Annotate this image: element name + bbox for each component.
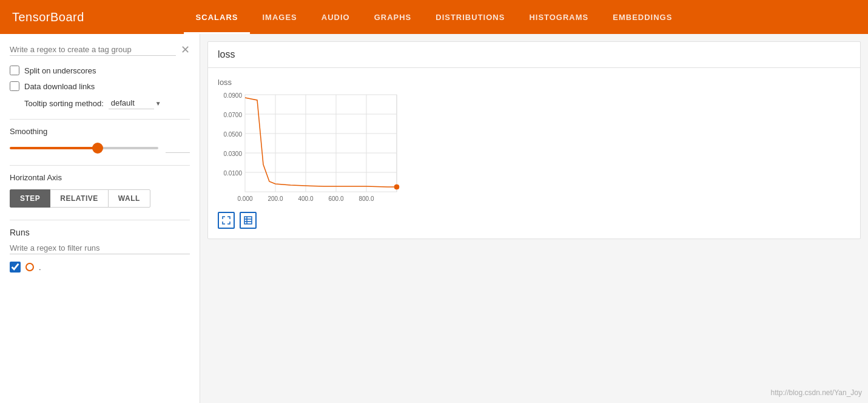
svg-text:0.0700: 0.0700 bbox=[223, 112, 242, 118]
nav-item-audio[interactable]: AUDIO bbox=[309, 0, 362, 34]
chart-container: loss bbox=[208, 68, 860, 239]
svg-text:0.000: 0.000 bbox=[237, 195, 252, 202]
tooltip-sorting-select[interactable]: default descending ascending nearest bbox=[109, 97, 154, 109]
svg-text:0.0100: 0.0100 bbox=[223, 170, 242, 177]
smoothing-section: Smoothing 0.6 bbox=[10, 127, 190, 153]
svg-point-20 bbox=[394, 185, 399, 189]
svg-text:400.0: 400.0 bbox=[298, 195, 313, 202]
nav-item-distributions[interactable]: DISTRIBUTIONS bbox=[423, 0, 517, 34]
loss-chart-svg: 0.0900 0.0700 0.0500 0.0300 0.0100 0.000… bbox=[218, 92, 406, 207]
divider-2 bbox=[10, 165, 190, 166]
tag-panel-loss: loss loss bbox=[207, 41, 861, 239]
svg-text:0.0300: 0.0300 bbox=[223, 151, 242, 157]
axis-btn-relative[interactable]: RELATIVE bbox=[50, 189, 108, 208]
app-layout: ✕ Split on underscores Data download lin… bbox=[0, 34, 868, 403]
tooltip-sorting-label: Tooltip sorting method: bbox=[24, 99, 104, 108]
runs-section: Runs . bbox=[10, 228, 190, 273]
watermark: http://blog.csdn.net/Yan_Joy bbox=[770, 388, 862, 397]
app-header: TensorBoard SCALARSIMAGESAUDIOGRAPHSDIST… bbox=[0, 0, 868, 34]
close-icon[interactable]: ✕ bbox=[181, 44, 190, 55]
svg-text:800.0: 800.0 bbox=[358, 195, 374, 202]
divider-1 bbox=[10, 119, 190, 120]
axis-btn-wall[interactable]: WALL bbox=[108, 189, 150, 208]
axis-btn-step[interactable]: STEP bbox=[10, 189, 50, 208]
tag-group-row: ✕ bbox=[10, 44, 190, 56]
data-download-checkbox[interactable] bbox=[10, 81, 19, 91]
runs-filter-input[interactable] bbox=[10, 242, 190, 254]
run-label-dot: . bbox=[39, 263, 41, 272]
split-underscores-row: Split on underscores bbox=[10, 66, 190, 75]
run-item: . bbox=[10, 262, 190, 273]
runs-title: Runs bbox=[10, 228, 190, 237]
run-checkbox-dot[interactable] bbox=[10, 262, 21, 273]
chart-title: loss bbox=[218, 78, 850, 87]
chevron-down-icon: ▼ bbox=[155, 100, 161, 107]
divider-3 bbox=[10, 220, 190, 220]
nav-item-graphs[interactable]: GRAPHS bbox=[362, 0, 424, 34]
app-logo: TensorBoard bbox=[12, 10, 84, 24]
nav-item-histograms[interactable]: HISTOGRAMS bbox=[517, 0, 601, 34]
horizontal-axis-section: Horizontal Axis STEPRELATIVEWALL bbox=[10, 173, 190, 208]
sidebar: ✕ Split on underscores Data download lin… bbox=[0, 34, 200, 403]
nav-item-embeddings[interactable]: EMBEDDINGS bbox=[601, 0, 684, 34]
tooltip-sorting-row: Tooltip sorting method: default descendi… bbox=[10, 97, 190, 109]
smoothing-value-input[interactable]: 0.6 bbox=[166, 143, 190, 153]
tooltip-select-wrapper: default descending ascending nearest ▼ bbox=[109, 97, 161, 109]
data-download-row: Data download links bbox=[10, 81, 190, 91]
svg-text:0.0500: 0.0500 bbox=[223, 131, 242, 138]
svg-rect-21 bbox=[244, 217, 252, 224]
smoothing-label: Smoothing bbox=[10, 127, 190, 136]
svg-text:0.0900: 0.0900 bbox=[223, 92, 242, 99]
nav-item-scalars[interactable]: SCALARS bbox=[184, 0, 251, 34]
run-color-dot bbox=[25, 263, 34, 271]
main-content: loss loss bbox=[200, 34, 868, 403]
svg-text:600.0: 600.0 bbox=[328, 195, 343, 202]
axis-button-group: STEPRELATIVEWALL bbox=[10, 189, 190, 208]
svg-text:200.0: 200.0 bbox=[267, 195, 283, 202]
main-nav: SCALARSIMAGESAUDIOGRAPHSDISTRIBUTIONSHIS… bbox=[184, 0, 685, 34]
chart-actions bbox=[218, 212, 850, 229]
data-table-button[interactable] bbox=[240, 212, 257, 229]
split-underscores-checkbox[interactable] bbox=[10, 66, 19, 75]
data-download-label: Data download links bbox=[24, 82, 95, 91]
expand-chart-button[interactable] bbox=[218, 212, 235, 229]
smoothing-slider[interactable] bbox=[10, 147, 158, 149]
smoothing-row: 0.6 bbox=[10, 143, 190, 153]
chart-area: 0.0900 0.0700 0.0500 0.0300 0.0100 0.000… bbox=[218, 92, 406, 207]
nav-item-images[interactable]: IMAGES bbox=[250, 0, 309, 34]
tag-panel-header: loss bbox=[208, 42, 860, 68]
split-underscores-label: Split on underscores bbox=[24, 66, 96, 75]
horizontal-axis-label: Horizontal Axis bbox=[10, 173, 190, 182]
tag-group-input[interactable] bbox=[10, 44, 176, 56]
